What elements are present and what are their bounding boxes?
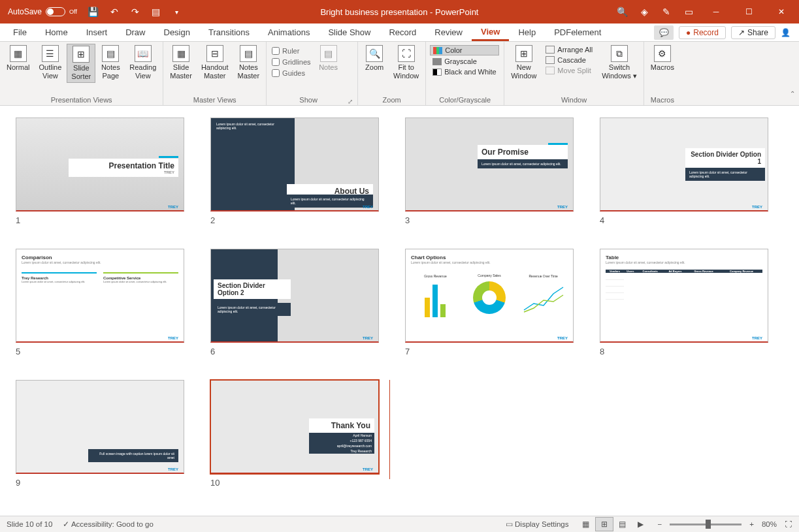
zoom-slider[interactable] — [670, 524, 742, 525]
tab-review[interactable]: Review — [425, 23, 472, 41]
grayscale-button[interactable]: Grayscale — [430, 57, 498, 66]
guides-checkbox[interactable]: Guides — [269, 69, 313, 78]
redo-icon[interactable]: ↷ — [125, 2, 145, 22]
slide-thumbnail[interactable]: Section Divider Option 1 Lorem ipsum dol… — [600, 117, 768, 225]
tab-record[interactable]: Record — [380, 23, 425, 41]
fit-l1: Fit to — [398, 63, 414, 72]
slide-sorter-button[interactable]: ⊞SlideSorter — [67, 44, 95, 83]
notes-button[interactable]: ▤Notes — [315, 44, 342, 73]
normal-label: Normal — [7, 63, 29, 72]
gridlines-checkbox[interactable]: Gridlines — [269, 57, 313, 67]
ruler-label: Ruler — [282, 47, 299, 55]
switch-windows-button[interactable]: ⧉SwitchWindows ▾ — [598, 44, 641, 82]
tab-slide-show[interactable]: Slide Show — [319, 23, 380, 41]
maximize-icon[interactable]: ☐ — [734, 2, 764, 22]
slide-thumbnail[interactable]: Presentation Title TREY TREY 1 — [16, 117, 184, 225]
outline-l2: View — [42, 72, 58, 80]
cascade-button[interactable]: Cascade — [543, 55, 595, 65]
slide-body: Lorem ipsum dolor sit amet, consectetur … — [685, 168, 765, 181]
chart3-label: Revenue Over Time — [519, 274, 568, 278]
slideshow-view-icon[interactable]: ▶ — [632, 517, 650, 531]
slide-number: 2 — [210, 215, 379, 225]
normal-view-button[interactable]: ▦Normal — [3, 44, 33, 82]
slide-title: Table — [606, 255, 762, 260]
save-icon[interactable]: 💾 — [84, 2, 103, 22]
outline-l1: Outline — [39, 63, 61, 72]
ruler-checkbox[interactable]: Ruler — [269, 46, 313, 55]
tab-animations[interactable]: Animations — [259, 23, 319, 41]
sorter-view-icon[interactable]: ⊞ — [595, 517, 613, 531]
undo-icon[interactable]: ↶ — [105, 2, 124, 22]
slide-thumbnail[interactable]: Our Promise Lorem ipsum dolor sit amet, … — [405, 117, 574, 225]
zoom-out-icon[interactable]: − — [658, 520, 662, 528]
black-white-button[interactable]: Black and White — [430, 67, 498, 76]
account-icon[interactable]: 👤 — [781, 28, 794, 37]
tab-insert[interactable]: Insert — [77, 23, 117, 41]
slide-master-button[interactable]: ▦SlideMaster — [166, 44, 196, 82]
slide-subtitle: TREY — [73, 170, 174, 174]
new-window-button[interactable]: ⊞NewWindow — [507, 44, 540, 82]
group-color-grayscale: Color Grayscale Black and White Color/Gr… — [426, 42, 504, 105]
reading-view-icon[interactable]: ▤ — [613, 517, 632, 531]
gridlines-label: Gridlines — [282, 58, 310, 66]
comments-icon[interactable]: 💬 — [654, 25, 674, 40]
slide-thumbnail[interactable]: Thank You April Hanson +123 987 6554 apr… — [210, 380, 379, 488]
display-settings-button[interactable]: ▭ Display Settings — [506, 520, 569, 529]
fit-to-window-button[interactable]: ⛶Fit toWindow — [389, 44, 423, 82]
notes-master-button[interactable]: ▤NotesMaster — [233, 44, 263, 82]
share-label: Share — [747, 28, 768, 37]
tab-file[interactable]: File — [4, 23, 36, 41]
window-mode-icon[interactable]: ▭ — [679, 2, 698, 22]
bw-swatch-icon — [432, 69, 442, 76]
trey-logo-icon: TREY — [363, 336, 373, 340]
autosave-toggle[interactable]: AutoSave Off — [3, 7, 82, 16]
slide-body: Lorem ipsum dolor sit amet, consectetur … — [214, 303, 291, 316]
close-icon[interactable]: ✕ — [766, 2, 796, 22]
pen-icon[interactable]: ✎ — [657, 2, 676, 22]
toggle-switch[interactable] — [46, 7, 65, 16]
slide-thumbnail[interactable]: Lorem ipsum dolor sit amet, consectetur … — [210, 117, 379, 225]
outline-view-button[interactable]: ☰OutlineView — [35, 44, 65, 82]
tab-design[interactable]: Design — [155, 23, 199, 41]
search-icon[interactable]: 🔍 — [612, 2, 632, 22]
notes-page-button[interactable]: ▤NotesPage — [97, 44, 124, 82]
present-from-beginning-icon[interactable]: ▤ — [146, 2, 166, 22]
color-button[interactable]: Color — [430, 45, 498, 55]
share-button[interactable]: ↗ Share — [731, 26, 775, 39]
tab-pdfelement[interactable]: PDFelement — [545, 23, 610, 41]
nm-l1: Notes — [239, 63, 258, 72]
slide-thumbnail[interactable]: Section Divider Option 2 Lorem ipsum dol… — [210, 249, 379, 356]
tab-help[interactable]: Help — [509, 23, 545, 41]
tab-transitions[interactable]: Transitions — [199, 23, 259, 41]
fit-to-window-icon[interactable]: ⛶ — [785, 520, 792, 528]
tab-home[interactable]: Home — [36, 23, 77, 41]
gray-swatch-icon — [432, 58, 442, 65]
reading-view-button[interactable]: 📖ReadingView — [125, 44, 160, 82]
move-split-button[interactable]: Move Split — [543, 66, 595, 75]
normal-view-icon[interactable]: ▦ — [577, 517, 595, 531]
tab-draw[interactable]: Draw — [116, 23, 154, 41]
slide-thumbnail[interactable]: Comparison Lorem ipsum dolor sit amet, c… — [16, 249, 184, 356]
slide-thumbnail[interactable]: Full screen image with caption lorem ips… — [16, 380, 184, 488]
zoom-level[interactable]: 80% — [762, 520, 777, 528]
zoom-button[interactable]: 🔍Zoom — [361, 44, 388, 82]
collapse-ribbon-icon[interactable]: ⌃ — [790, 90, 795, 97]
sm-l1: Slide — [173, 63, 189, 72]
group-zoom: 🔍Zoom ⛶Fit toWindow Zoom — [358, 42, 426, 105]
tab-view[interactable]: View — [472, 23, 509, 41]
macros-button[interactable]: ⚙Macros — [647, 44, 678, 82]
diamond-icon[interactable]: ◈ — [634, 2, 654, 22]
trey-logo-icon: TREY — [168, 205, 178, 209]
arrange-all-button[interactable]: Arrange All — [543, 45, 595, 54]
show-dialog-launcher-icon[interactable]: ⤢ — [348, 98, 355, 105]
trey-logo-icon: TREY — [557, 205, 568, 209]
zoom-in-icon[interactable]: + — [749, 520, 754, 528]
minimize-icon[interactable]: ─ — [701, 2, 731, 22]
slide-thumbnail[interactable]: Chart Options Lorem ipsum dolor sit amet… — [405, 249, 574, 356]
record-button[interactable]: ● Record — [679, 26, 726, 39]
quick-access-more-icon[interactable]: ▾ — [167, 2, 187, 22]
handout-master-button[interactable]: ⊟HandoutMaster — [197, 44, 233, 82]
accessibility-status[interactable]: ✓ Accessibility: Good to go — [63, 520, 153, 529]
slide-sorter-area[interactable]: Presentation Title TREY TREY 1 Lorem ips… — [0, 106, 799, 516]
slide-thumbnail[interactable]: Table Lorem ipsum dolor sit amet, consec… — [600, 249, 768, 356]
